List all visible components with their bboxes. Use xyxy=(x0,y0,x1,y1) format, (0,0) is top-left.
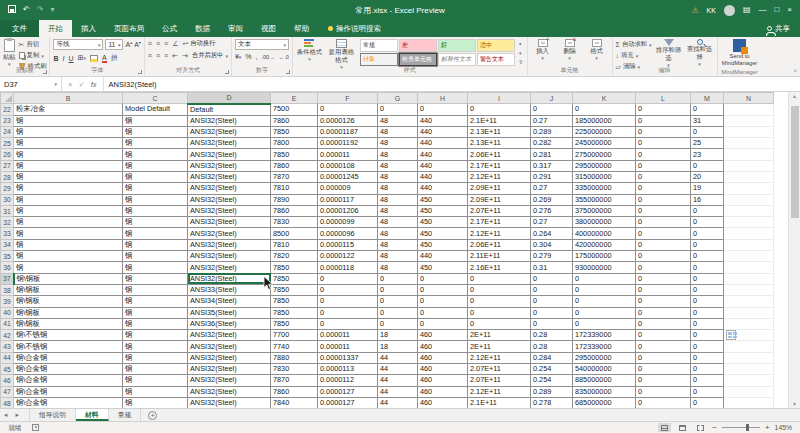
cell[interactable]: 0.00001337 xyxy=(318,352,378,363)
cell[interactable]: ANSI32(Steel) xyxy=(188,160,271,171)
gallery-up-icon[interactable]: ▴ xyxy=(519,40,523,46)
cell[interactable]: 0.0000099 xyxy=(318,217,378,228)
cell[interactable]: 0 xyxy=(573,284,636,295)
cell[interactable]: 0.289 xyxy=(531,386,573,397)
cell[interactable]: 7500 xyxy=(271,104,318,116)
cell[interactable]: 0.254 xyxy=(531,364,573,375)
underline-button[interactable]: U xyxy=(69,55,74,62)
cell[interactable] xyxy=(724,386,774,397)
cell[interactable]: 0 xyxy=(418,284,468,295)
cell[interactable]: ANSI32(Steel) xyxy=(188,228,271,239)
column-header-N[interactable]: N xyxy=(724,93,774,104)
cell[interactable] xyxy=(724,194,774,205)
cell[interactable]: 钢 xyxy=(14,239,123,250)
cell[interactable]: 钢\钢板 xyxy=(14,273,123,284)
cell[interactable]: 2E+11 xyxy=(468,341,531,352)
cell[interactable]: ANSI32(Steel) xyxy=(188,375,271,386)
cell[interactable]: 0 xyxy=(418,307,468,318)
cell[interactable]: 钢 xyxy=(123,364,188,375)
cell[interactable]: 0 xyxy=(468,273,531,284)
cell[interactable]: ANSI32(Steel) xyxy=(188,386,271,397)
insert-function-icon[interactable]: fx xyxy=(91,80,97,89)
cell[interactable]: 48 xyxy=(378,262,418,273)
cell[interactable]: 0 xyxy=(378,104,418,116)
cell[interactable] xyxy=(724,217,774,228)
cell[interactable]: 0 xyxy=(573,273,636,284)
align-middle-icon[interactable]: ≡ xyxy=(156,40,160,47)
cell[interactable]: 2.17E+11 xyxy=(468,217,531,228)
cell[interactable]: 0.284 xyxy=(531,352,573,363)
borders-icon[interactable]: ⊞▾ xyxy=(78,54,86,62)
cell[interactable]: 钢\不锈钢 xyxy=(14,330,123,341)
minimize-button[interactable]: — xyxy=(758,6,766,14)
cancel-icon[interactable]: × xyxy=(68,80,72,89)
close-button[interactable]: × xyxy=(787,6,792,14)
bold-button[interactable]: B xyxy=(53,55,58,62)
decrease-indent-icon[interactable]: ⇤ xyxy=(172,52,178,60)
cell-style-bad[interactable]: 差 xyxy=(399,39,437,52)
row-header-33[interactable]: 33 xyxy=(1,228,14,239)
cell[interactable]: 0 xyxy=(531,296,573,307)
cell[interactable]: 钢 xyxy=(123,183,188,194)
cell[interactable]: 0.0000122 xyxy=(318,251,378,262)
column-header-G[interactable]: G xyxy=(378,93,418,104)
autosum-button[interactable]: Σ自动求和▾ xyxy=(616,40,652,49)
cell[interactable] xyxy=(724,273,774,284)
cell[interactable]: 460 xyxy=(418,330,468,341)
cell[interactable]: 钢 xyxy=(123,397,188,408)
cell[interactable]: 48 xyxy=(378,205,418,216)
increase-indent-icon[interactable]: ⇥ xyxy=(182,52,188,60)
cell[interactable]: 48 xyxy=(378,239,418,250)
cell[interactable]: 2.12E+11 xyxy=(468,228,531,239)
number-format-select[interactable]: 文本▾ xyxy=(235,39,289,50)
cell[interactable]: 钢 xyxy=(14,149,123,160)
cell[interactable]: 225000000 xyxy=(573,126,636,137)
row-header-43[interactable]: 43 xyxy=(1,341,14,352)
sheet-tab-1[interactable]: 材料 xyxy=(76,409,109,421)
tab-file[interactable]: 文件 xyxy=(0,20,39,37)
cell[interactable]: 0.0000126 xyxy=(318,115,378,126)
cell[interactable]: 185000000 xyxy=(573,115,636,126)
cell[interactable]: 0 xyxy=(636,352,691,363)
zoom-out-button[interactable]: − xyxy=(712,423,717,432)
cell[interactable]: 0 xyxy=(378,318,418,329)
cell[interactable] xyxy=(724,239,774,250)
cell[interactable]: 400000000 xyxy=(573,228,636,239)
row-header-45[interactable]: 45 xyxy=(1,364,14,375)
view-page-layout-button[interactable] xyxy=(676,423,689,432)
row-header-40[interactable]: 40 xyxy=(1,307,14,318)
cell[interactable]: 450 xyxy=(418,262,468,273)
cell[interactable]: 7850 xyxy=(271,273,318,284)
cell[interactable]: 275000000 xyxy=(573,149,636,160)
row-header-37[interactable]: 37 xyxy=(1,273,14,284)
cell[interactable]: ANSI32(Steel) xyxy=(188,341,271,352)
cell[interactable]: 245000000 xyxy=(573,138,636,149)
cell[interactable] xyxy=(724,284,774,295)
cell[interactable]: 钢 xyxy=(123,239,188,250)
cell[interactable]: 0 xyxy=(691,262,724,273)
cell[interactable]: 0 xyxy=(468,104,531,116)
cell[interactable]: 0 xyxy=(636,251,691,262)
ribbon-tab-5[interactable]: 审阅 xyxy=(219,20,252,37)
cell[interactable]: 钢 xyxy=(123,330,188,341)
cell[interactable]: 172339000 xyxy=(573,330,636,341)
cell[interactable]: 450 xyxy=(418,228,468,239)
cell[interactable]: 0 xyxy=(636,386,691,397)
cell[interactable]: 0 xyxy=(691,386,724,397)
cell[interactable]: 7850 xyxy=(271,149,318,160)
cell[interactable]: 钢 xyxy=(123,262,188,273)
cell[interactable]: 18 xyxy=(378,330,418,341)
cell[interactable]: ANSI34(Steel) xyxy=(188,296,271,307)
cell[interactable]: 0 xyxy=(636,183,691,194)
cell[interactable]: 0 xyxy=(531,273,573,284)
tell-me-search[interactable]: 操作说明搜索 xyxy=(328,20,381,37)
row-header-44[interactable]: 44 xyxy=(1,352,14,363)
cell[interactable]: Default xyxy=(188,104,271,116)
cell[interactable]: 0 xyxy=(691,126,724,137)
cell[interactable]: 2.06E+11 xyxy=(468,239,531,250)
row-header-42[interactable]: 42 xyxy=(1,330,14,341)
wrap-text-button[interactable]: ↩自动换行 xyxy=(182,39,215,48)
cell[interactable]: 48 xyxy=(378,171,418,182)
accounting-format-icon[interactable]: ¥▾ xyxy=(235,53,241,60)
cell[interactable] xyxy=(724,262,774,273)
